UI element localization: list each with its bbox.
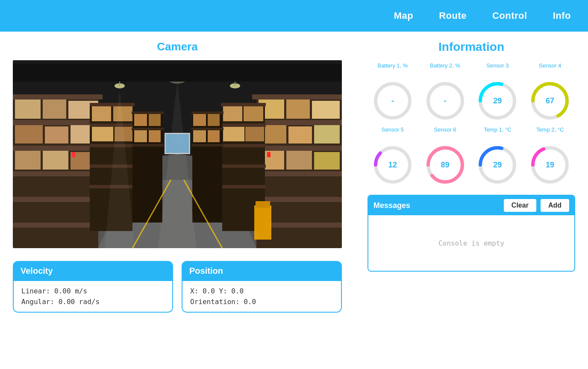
gauge-label-temp2: Temp 2, °C — [536, 126, 564, 140]
gauge-label-battery2: Battery 2, % — [430, 62, 460, 76]
nav-info[interactable]: Info — [553, 10, 571, 21]
gauges-grid: Battery 1, % - Battery 2, % - Sensor 3 2… — [368, 62, 575, 186]
messages-box: Messages Clear Add Console is empty — [368, 195, 575, 272]
svg-rect-83 — [13, 60, 342, 64]
gauge-item-sensor6: Sensor 6 89 — [420, 126, 470, 186]
svg-rect-48 — [221, 103, 266, 106]
messages-title: Messages — [373, 201, 500, 210]
linear-velocity: Linear: 0.00 m/s — [21, 287, 165, 295]
gauge-circle-sensor3: 29 — [476, 79, 519, 122]
svg-rect-5 — [13, 120, 103, 125]
svg-rect-50 — [221, 144, 266, 147]
left-panel: Camera — [0, 32, 355, 321]
gauge-value-battery2: - — [444, 97, 447, 105]
svg-rect-38 — [90, 103, 135, 106]
position-body: X: 0.0 Y: 0.0 Orientation: 0.0 — [182, 281, 342, 313]
velocity-body: Linear: 0.00 m/s Angular: 0.00 rad/s — [13, 281, 173, 313]
svg-rect-45 — [92, 127, 113, 141]
svg-rect-32 — [314, 125, 340, 144]
messages-header: Messages Clear Add — [368, 196, 574, 215]
gauge-value-battery1: - — [391, 97, 394, 105]
svg-rect-62 — [149, 114, 161, 126]
gauge-label-sensor5: Sensor 5 — [382, 126, 404, 140]
nav-bar: Map Route Control Info — [394, 10, 571, 21]
velocity-title: Velocity — [13, 261, 173, 281]
bottom-cards: Velocity Linear: 0.00 m/s Angular: 0.00 … — [13, 261, 342, 313]
xy-position: X: 0.0 Y: 0.0 — [190, 287, 333, 295]
gauge-label-temp1: Temp 1, °C — [484, 126, 511, 140]
gauge-label-sensor6: Sensor 6 — [434, 126, 456, 140]
gauge-item-sensor3: Sensor 3 29 — [473, 62, 523, 122]
orientation: Orientation: 0.0 — [190, 298, 333, 306]
svg-rect-31 — [288, 126, 312, 144]
gauge-circle-temp1: 29 — [476, 144, 519, 186]
svg-rect-6 — [13, 146, 103, 151]
svg-rect-72 — [208, 130, 220, 142]
gauge-circle-battery2: - — [424, 79, 467, 122]
svg-rect-7 — [13, 171, 103, 176]
svg-rect-28 — [286, 100, 310, 119]
gauge-item-temp1: Temp 1, °C 29 — [473, 126, 523, 186]
svg-rect-71 — [193, 130, 206, 142]
svg-rect-54 — [244, 106, 263, 121]
svg-rect-11 — [43, 100, 66, 119]
info-title: Information — [368, 40, 575, 54]
svg-rect-43 — [92, 106, 111, 121]
gauge-value-temp1: 29 — [493, 161, 502, 170]
svg-rect-56 — [245, 127, 264, 141]
gauge-circle-sensor5: 12 — [371, 144, 414, 186]
gauge-item-sensor5: Sensor 5 12 — [368, 126, 418, 186]
svg-rect-41 — [90, 164, 135, 168]
clear-button[interactable]: Clear — [504, 199, 536, 212]
svg-rect-36 — [267, 152, 270, 157]
svg-rect-69 — [193, 114, 206, 126]
gauge-circle-sensor4: 67 — [529, 79, 571, 122]
gauge-item-sensor4: Sensor 4 67 — [525, 62, 575, 122]
svg-rect-19 — [72, 152, 75, 157]
svg-rect-64 — [149, 130, 161, 142]
position-title: Position — [182, 261, 342, 281]
gauge-label-battery1: Battery 1, % — [377, 62, 408, 76]
svg-rect-35 — [314, 152, 340, 170]
gauge-circle-temp2: 19 — [529, 144, 571, 186]
nav-map[interactable]: Map — [394, 10, 414, 21]
svg-rect-4 — [13, 94, 103, 100]
header: Map Route Control Info — [0, 0, 588, 32]
svg-rect-9 — [13, 223, 103, 228]
gauge-value-sensor4: 67 — [546, 97, 554, 105]
svg-rect-39 — [90, 123, 135, 127]
svg-rect-10 — [15, 100, 41, 119]
camera-feed — [13, 60, 342, 248]
svg-rect-49 — [221, 123, 266, 127]
svg-rect-66 — [191, 111, 223, 114]
add-button[interactable]: Add — [541, 199, 569, 212]
svg-rect-53 — [223, 106, 242, 121]
right-panel: Information Battery 1, % - Battery 2, % … — [355, 32, 588, 321]
nav-route[interactable]: Route — [439, 10, 467, 21]
gauge-item-temp2: Temp 2, °C 19 — [525, 126, 575, 186]
svg-rect-51 — [221, 164, 266, 168]
camera-title: Camera — [13, 40, 342, 53]
svg-rect-34 — [286, 151, 312, 170]
svg-rect-24 — [252, 171, 342, 176]
velocity-card: Velocity Linear: 0.00 m/s Angular: 0.00 … — [13, 261, 173, 313]
nav-control[interactable]: Control — [492, 10, 527, 21]
svg-rect-16 — [15, 151, 41, 170]
main-content: Camera — [0, 32, 588, 321]
svg-rect-21 — [252, 94, 342, 100]
svg-rect-61 — [134, 114, 147, 126]
messages-body: Console is empty — [368, 215, 574, 271]
gauge-label-sensor3: Sensor 3 — [486, 62, 509, 76]
svg-rect-13 — [15, 125, 43, 144]
gauge-value-sensor5: 12 — [388, 161, 397, 170]
svg-rect-17 — [43, 151, 68, 170]
svg-rect-40 — [90, 144, 135, 147]
svg-rect-88 — [254, 205, 271, 240]
svg-rect-55 — [223, 127, 244, 141]
svg-rect-70 — [208, 114, 220, 126]
svg-rect-87 — [166, 134, 189, 153]
svg-rect-8 — [13, 197, 103, 202]
svg-rect-58 — [132, 111, 164, 114]
svg-rect-63 — [134, 130, 147, 142]
gauge-item-battery1: Battery 1, % - — [368, 62, 418, 122]
